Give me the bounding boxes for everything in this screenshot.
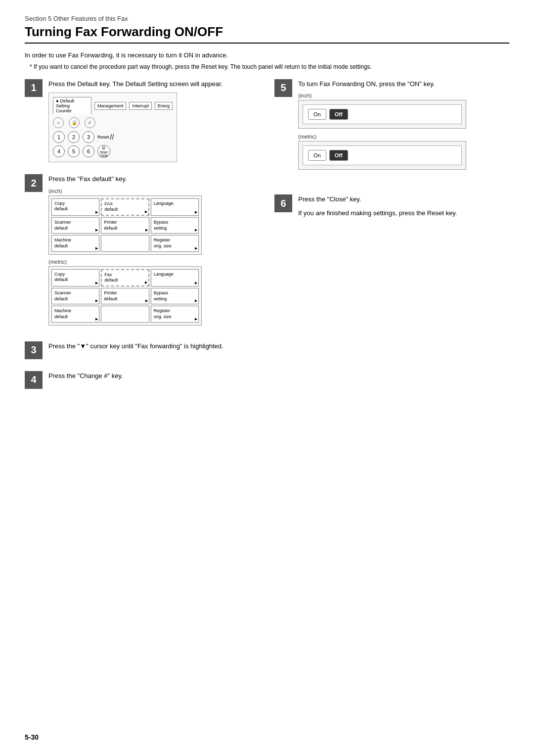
onoff-inner-metric: On Off: [303, 145, 462, 165]
cp-key-2: 2: [68, 131, 80, 143]
page-number: 5-30: [25, 733, 39, 741]
menu-btn-copy-default-metric[interactable]: Copydefault: [51, 269, 99, 286]
onoff-on-btn-metric[interactable]: On: [308, 150, 326, 161]
page-title: Turning Fax Forwarding ON/OFF: [25, 24, 509, 44]
cp-tab-default: ✱ Default SettingCounter: [53, 97, 91, 114]
cp-key-5: 5: [68, 145, 80, 157]
menu-btn-scanner-inch[interactable]: Scannerdefault: [51, 217, 99, 234]
cp-numpad-top: 1 2 3 Reset //: [53, 131, 173, 143]
step-6: 6 Press the "Close" key. If you are fini…: [274, 194, 509, 222]
cp-key-6: 6: [83, 145, 94, 157]
note-text: * If you want to cancel the procedure pa…: [25, 62, 509, 71]
step-1-content: Press the Default key. The Default Setti…: [48, 79, 260, 163]
menu-btn-copy-default-inch[interactable]: Copydefault: [51, 198, 99, 216]
menu-btn-fax-default-metric[interactable]: Faxdefault: [101, 269, 149, 286]
step-3-text: Press the "▼" cursor key until "Fax forw…: [48, 341, 260, 351]
menu-btn-register-inch[interactable]: Registerorig. size: [151, 235, 199, 251]
cp-reset: Reset //: [97, 133, 114, 141]
menu-btn-empty-inch: [101, 235, 149, 251]
menu-btn-bypass-metric[interactable]: Bypasssetting: [151, 288, 199, 304]
step-6-number: 6: [274, 194, 292, 212]
menu-btn-empty-metric: [101, 306, 149, 322]
menu-btn-language-metric[interactable]: Language: [151, 269, 199, 286]
control-panel-diagram: ✱ Default SettingCounter Management Inte…: [48, 93, 177, 162]
menu-btn-machine-inch[interactable]: Machinedefault: [51, 235, 99, 251]
menu-btn-fax-default-inch[interactable]: FAXdefault: [101, 198, 149, 216]
onoff-metric-label: (metric): [298, 134, 509, 140]
step-3: 3 Press the "▼" cursor key until "Fax fo…: [25, 341, 260, 359]
step-4-number: 4: [25, 371, 43, 389]
step-5: 5 To turn Fax Forwarding ON, press the "…: [274, 79, 509, 175]
step-1-number: 1: [25, 79, 43, 97]
onoff-screen-metric: On Off: [298, 141, 466, 170]
cp-key-3: 3: [83, 131, 94, 143]
step-4-content: Press the "Change #" key.: [48, 371, 260, 389]
step-5-number: 5: [274, 79, 292, 97]
onoff-inch-label: (inch): [298, 93, 509, 98]
left-column: 1 Press the Default key. The Default Set…: [25, 79, 260, 401]
onoff-screen-inch: On Off: [298, 100, 466, 129]
cp-key-1: 1: [53, 131, 65, 143]
onoff-on-btn-inch[interactable]: On: [308, 109, 326, 120]
cp-tab-row: ✱ Default SettingCounter Management Inte…: [53, 97, 173, 114]
right-column: 5 To turn Fax Forwarding ON, press the "…: [274, 79, 509, 401]
onoff-inner-inch: On Off: [303, 104, 462, 124]
step-3-content: Press the "▼" cursor key until "Fax forw…: [48, 341, 260, 359]
menu-grid-inch: Copydefault FAXdefault Language Scannerd…: [51, 198, 199, 252]
cp-icon-circle: ○: [53, 117, 64, 128]
menu-btn-scanner-metric[interactable]: Scannerdefault: [51, 288, 99, 304]
menu-btn-language-inch[interactable]: Language: [151, 198, 199, 216]
step-2: 2 Press the "Fax default" key. (inch) Co…: [25, 174, 260, 330]
cp-tab-management: Management: [94, 102, 127, 110]
step-2-number: 2: [25, 174, 43, 192]
cp-tab-energy: Energ: [155, 102, 173, 110]
menu-btn-bypass-inch[interactable]: Bypasssetting: [151, 217, 199, 234]
step-3-number: 3: [25, 341, 43, 359]
cp-stop: ⊘Stop/Clear: [97, 145, 110, 158]
step-6-text: Press the "Close" key.: [298, 194, 509, 204]
menu-btn-register-metric[interactable]: Registerorig. size: [151, 306, 199, 322]
menu-btn-printer-inch[interactable]: Printerdefault: [101, 217, 149, 234]
menu-btn-machine-metric[interactable]: Machinedefault: [51, 306, 99, 322]
step-6-content: Press the "Close" key. If you are finish…: [298, 194, 509, 222]
step-2-text: Press the "Fax default" key.: [48, 174, 260, 184]
cp-numpad-bottom: 4 5 6 ⊘Stop/Clear: [53, 145, 173, 158]
onoff-off-btn-metric[interactable]: Off: [329, 150, 348, 161]
step-4: 4 Press the "Change #" key.: [25, 371, 260, 389]
intro-text: In order to use Fax Forwarding, it is ne…: [25, 50, 509, 60]
menu-screen-metric: Copydefault Faxdefault Language Scannerd…: [48, 266, 202, 326]
cp-icon-check: ✓: [85, 117, 95, 128]
step-6-subtext: If you are finished making settings, pre…: [298, 208, 509, 218]
step-5-content: To turn Fax Forwarding ON, press the "ON…: [298, 79, 509, 175]
onoff-off-btn-inch[interactable]: Off: [329, 109, 348, 120]
step-4-text: Press the "Change #" key.: [48, 371, 260, 381]
menu-screen-inch: Copydefault FAXdefault Language Scannerd…: [48, 195, 202, 255]
onoff-btn-row-metric: On Off: [308, 150, 456, 161]
onoff-btn-row-inch: On Off: [308, 109, 456, 120]
menu-inch-label: (inch): [48, 188, 260, 194]
menu-grid-metric: Copydefault Faxdefault Language Scannerd…: [51, 269, 199, 323]
step-1-text: Press the Default key. The Default Setti…: [48, 79, 260, 89]
step-2-content: Press the "Fax default" key. (inch) Copy…: [48, 174, 260, 330]
cp-tab-interrupt: Interrupt: [129, 102, 152, 110]
cp-icon-lock: 🔒: [69, 117, 80, 128]
menu-btn-printer-metric[interactable]: Printerdefault: [101, 288, 149, 304]
step-1: 1 Press the Default key. The Default Set…: [25, 79, 260, 163]
section-header: Section 5 Other Features of this Fax: [25, 15, 509, 22]
cp-key-4: 4: [53, 145, 65, 157]
step-5-text: To turn Fax Forwarding ON, press the "ON…: [298, 79, 509, 89]
menu-metric-label: (metric): [48, 259, 260, 265]
